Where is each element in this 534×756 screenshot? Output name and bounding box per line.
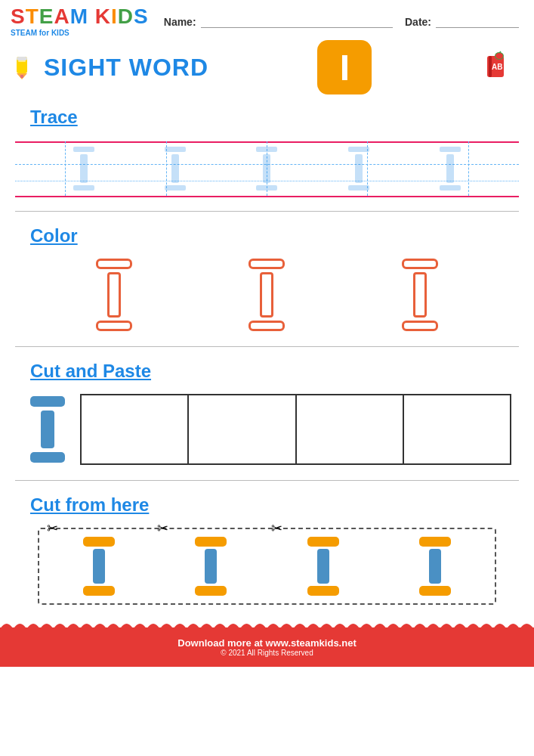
sight-word-title: SIGHT WORD (44, 54, 208, 82)
cut-paste-label: Cut and Paste (15, 355, 519, 386)
name-label: Name: (164, 16, 196, 28)
cut-letter-1 (83, 537, 115, 596)
cut-from-content: ✂ ✂ ✂ (38, 528, 496, 605)
footer-copyright: © 2021 All Rights Reserved (221, 649, 313, 657)
svg-rect-4 (18, 60, 26, 62)
date-label: Date: (405, 16, 431, 28)
scissors-icon-left: ✂ (47, 520, 58, 537)
header: STEAM KIDS STEAM for KIDS Name: Date: (0, 0, 534, 37)
color-I-topbar-2 (248, 259, 285, 269)
paste-boxes (80, 394, 511, 465)
logo-text: STEAM KIDS (11, 6, 149, 27)
color-label: Color (15, 219, 519, 251)
color-I-stem-1 (107, 272, 121, 318)
letter-badge: I (317, 40, 372, 94)
color-section: Color (0, 219, 534, 339)
cut-from-label: Cut from here (15, 488, 519, 520)
trace-letter-1 (73, 147, 94, 191)
color-letter-2 (248, 259, 285, 331)
cut-letter-4 (419, 537, 451, 596)
cut-paste-section: Cut and Paste (0, 355, 534, 472)
paste-box-4 (404, 395, 510, 463)
sight-word-bar: SIGHT WORD I AB (0, 37, 534, 101)
date-line (436, 16, 519, 28)
color-letters (15, 251, 519, 339)
trace-label: Trace (15, 101, 519, 132)
trace-letter-5 (440, 147, 461, 191)
footer-download-text: Download more at www.steamkids.net (177, 637, 356, 649)
color-I-stem-3 (413, 272, 427, 318)
trace-lines-container (15, 135, 519, 203)
divider-3 (15, 480, 519, 481)
trace-letter-4 (348, 147, 369, 191)
paste-box-1 (82, 395, 189, 463)
divider-2 (15, 346, 519, 347)
color-letter-1 (96, 259, 132, 331)
scissors-icon-mid1: ✂ (157, 520, 168, 537)
name-date-row: Name: Date: (164, 16, 519, 28)
abc-icon: AB (481, 48, 519, 86)
cut-letter-3 (307, 537, 339, 596)
svg-rect-2 (17, 57, 27, 60)
trace-letter-3 (256, 147, 277, 191)
color-I-bottombar-3 (402, 321, 438, 331)
ex-I-bottombar (30, 452, 65, 463)
sight-word-left: SIGHT WORD (11, 54, 208, 82)
ex-I-topbar (30, 396, 65, 407)
svg-text:AB: AB (492, 63, 502, 71)
footer-scallop (0, 618, 534, 629)
footer: Download more at www.steamkids.net © 202… (0, 627, 534, 667)
logo: STEAM KIDS STEAM for KIDS (11, 6, 149, 37)
svg-rect-3 (20, 75, 23, 78)
pencil-icon (11, 54, 38, 81)
trace-letter-2 (165, 147, 186, 191)
color-I-bottombar-2 (248, 321, 285, 331)
divider-1 (15, 211, 519, 212)
paste-box-2 (189, 395, 296, 463)
color-I-topbar-3 (402, 259, 438, 269)
color-I-topbar-1 (96, 259, 132, 269)
trace-section: Trace (0, 101, 534, 203)
color-I-bottombar-1 (96, 321, 132, 331)
trace-letters (15, 135, 519, 202)
cut-from-section: Cut from here ✂ ✂ ✂ (0, 488, 534, 605)
name-line (201, 16, 393, 28)
cut-paste-content (15, 386, 519, 472)
ex-I-stem (41, 411, 54, 448)
color-letter-3 (402, 259, 438, 331)
cut-letter-2 (195, 537, 227, 596)
paste-box-3 (297, 395, 404, 463)
svg-point-9 (495, 53, 503, 59)
scissors-icon-mid2: ✂ (271, 520, 282, 537)
logo-subtitle: STEAM for KIDS (11, 29, 69, 37)
color-I-stem-2 (260, 272, 273, 318)
example-letter-I (30, 396, 65, 463)
